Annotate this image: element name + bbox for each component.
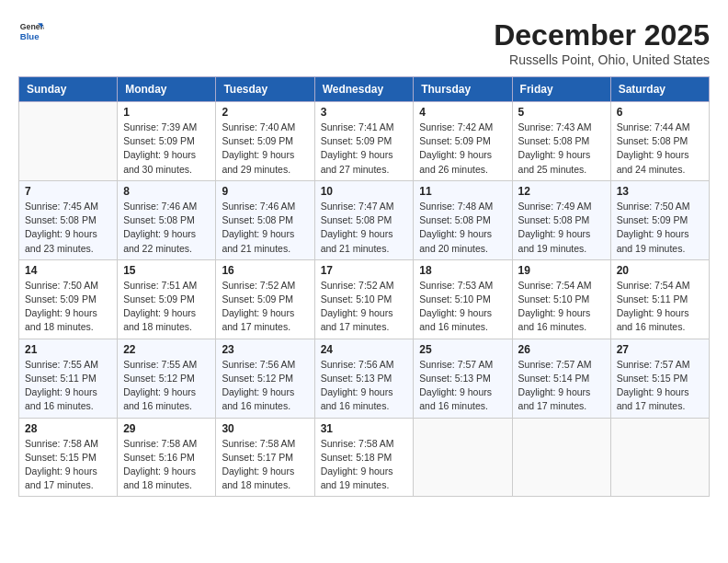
day-number: 30 [222, 422, 308, 435]
calendar-cell: 17Sunrise: 7:52 AM Sunset: 5:10 PM Dayli… [314, 259, 414, 339]
day-info: Sunrise: 7:58 AM Sunset: 5:18 PM Dayligh… [321, 437, 408, 493]
logo-icon: General Blue [18, 18, 44, 44]
calendar-week-row: 14Sunrise: 7:50 AM Sunset: 5:09 PM Dayli… [19, 259, 710, 339]
calendar-week-row: 7Sunrise: 7:45 AM Sunset: 5:08 PM Daylig… [19, 180, 710, 259]
day-info: Sunrise: 7:52 AM Sunset: 5:09 PM Dayligh… [222, 279, 308, 335]
day-info: Sunrise: 7:46 AM Sunset: 5:08 PM Dayligh… [123, 200, 210, 256]
day-info: Sunrise: 7:45 AM Sunset: 5:08 PM Dayligh… [25, 200, 111, 256]
calendar-cell: 13Sunrise: 7:50 AM Sunset: 5:09 PM Dayli… [610, 180, 709, 259]
day-info: Sunrise: 7:50 AM Sunset: 5:09 PM Dayligh… [617, 200, 703, 256]
day-info: Sunrise: 7:57 AM Sunset: 5:14 PM Dayligh… [518, 358, 605, 414]
day-number: 28 [25, 422, 111, 435]
day-info: Sunrise: 7:47 AM Sunset: 5:08 PM Dayligh… [321, 200, 408, 256]
calendar-cell: 9Sunrise: 7:46 AM Sunset: 5:08 PM Daylig… [216, 180, 314, 259]
day-number: 14 [25, 264, 111, 277]
day-info: Sunrise: 7:43 AM Sunset: 5:08 PM Dayligh… [518, 121, 605, 177]
calendar-cell: 20Sunrise: 7:54 AM Sunset: 5:11 PM Dayli… [610, 259, 709, 339]
calendar-cell [414, 418, 512, 497]
calendar-cell: 14Sunrise: 7:50 AM Sunset: 5:09 PM Dayli… [19, 259, 118, 339]
calendar-cell [19, 102, 118, 181]
day-info: Sunrise: 7:52 AM Sunset: 5:10 PM Dayligh… [321, 279, 408, 335]
day-number: 31 [321, 422, 408, 435]
day-number: 29 [123, 422, 210, 435]
location-title: Russells Point, Ohio, United States [494, 52, 710, 67]
calendar-cell: 12Sunrise: 7:49 AM Sunset: 5:08 PM Dayli… [512, 180, 610, 259]
day-info: Sunrise: 7:51 AM Sunset: 5:09 PM Dayligh… [123, 279, 210, 335]
calendar-week-row: 21Sunrise: 7:55 AM Sunset: 5:11 PM Dayli… [19, 339, 710, 418]
calendar-cell: 21Sunrise: 7:55 AM Sunset: 5:11 PM Dayli… [19, 339, 118, 418]
calendar-cell: 11Sunrise: 7:48 AM Sunset: 5:08 PM Dayli… [414, 180, 512, 259]
calendar-cell: 4Sunrise: 7:42 AM Sunset: 5:09 PM Daylig… [414, 102, 512, 181]
calendar-cell: 31Sunrise: 7:58 AM Sunset: 5:18 PM Dayli… [314, 418, 414, 497]
day-number: 9 [222, 185, 308, 198]
calendar-cell: 3Sunrise: 7:41 AM Sunset: 5:09 PM Daylig… [314, 102, 414, 181]
day-number: 7 [25, 185, 111, 198]
calendar-cell: 16Sunrise: 7:52 AM Sunset: 5:09 PM Dayli… [216, 259, 314, 339]
calendar-cell: 24Sunrise: 7:56 AM Sunset: 5:13 PM Dayli… [314, 339, 414, 418]
calendar-cell: 25Sunrise: 7:57 AM Sunset: 5:13 PM Dayli… [414, 339, 512, 418]
weekday-header: Saturday [610, 77, 709, 102]
weekday-header: Wednesday [314, 77, 414, 102]
day-number: 5 [518, 106, 605, 119]
day-number: 21 [25, 343, 111, 356]
day-info: Sunrise: 7:56 AM Sunset: 5:13 PM Dayligh… [321, 358, 408, 414]
calendar-cell [610, 418, 709, 497]
day-number: 17 [321, 264, 408, 277]
day-number: 27 [617, 343, 703, 356]
calendar-cell: 7Sunrise: 7:45 AM Sunset: 5:08 PM Daylig… [19, 180, 118, 259]
calendar-cell [512, 418, 610, 497]
weekday-header: Thursday [414, 77, 512, 102]
svg-text:Blue: Blue [20, 31, 40, 41]
day-number: 6 [617, 106, 703, 119]
day-info: Sunrise: 7:58 AM Sunset: 5:17 PM Dayligh… [222, 437, 308, 493]
day-number: 22 [123, 343, 210, 356]
calendar-cell: 1Sunrise: 7:39 AM Sunset: 5:09 PM Daylig… [118, 102, 216, 181]
day-number: 25 [419, 343, 506, 356]
day-number: 16 [222, 264, 308, 277]
calendar-cell: 27Sunrise: 7:57 AM Sunset: 5:15 PM Dayli… [610, 339, 709, 418]
day-info: Sunrise: 7:53 AM Sunset: 5:10 PM Dayligh… [419, 279, 506, 335]
weekday-header: Tuesday [216, 77, 314, 102]
title-block: December 2025 Russells Point, Ohio, Unit… [494, 18, 710, 67]
day-number: 26 [518, 343, 605, 356]
month-title: December 2025 [494, 18, 710, 52]
day-number: 8 [123, 185, 210, 198]
calendar-cell: 26Sunrise: 7:57 AM Sunset: 5:14 PM Dayli… [512, 339, 610, 418]
day-info: Sunrise: 7:49 AM Sunset: 5:08 PM Dayligh… [518, 200, 605, 256]
day-number: 24 [321, 343, 408, 356]
calendar-week-row: 1Sunrise: 7:39 AM Sunset: 5:09 PM Daylig… [19, 102, 710, 181]
calendar-cell: 15Sunrise: 7:51 AM Sunset: 5:09 PM Dayli… [118, 259, 216, 339]
calendar-cell: 22Sunrise: 7:55 AM Sunset: 5:12 PM Dayli… [118, 339, 216, 418]
weekday-header: Monday [118, 77, 216, 102]
calendar-cell: 23Sunrise: 7:56 AM Sunset: 5:12 PM Dayli… [216, 339, 314, 418]
day-number: 18 [419, 264, 506, 277]
day-number: 11 [419, 185, 506, 198]
day-info: Sunrise: 7:57 AM Sunset: 5:13 PM Dayligh… [419, 358, 506, 414]
day-info: Sunrise: 7:48 AM Sunset: 5:08 PM Dayligh… [419, 200, 506, 256]
calendar-cell: 2Sunrise: 7:40 AM Sunset: 5:09 PM Daylig… [216, 102, 314, 181]
day-number: 4 [419, 106, 506, 119]
day-info: Sunrise: 7:50 AM Sunset: 5:09 PM Dayligh… [25, 279, 111, 335]
calendar-cell: 8Sunrise: 7:46 AM Sunset: 5:08 PM Daylig… [118, 180, 216, 259]
day-info: Sunrise: 7:40 AM Sunset: 5:09 PM Dayligh… [222, 121, 308, 177]
day-info: Sunrise: 7:42 AM Sunset: 5:09 PM Dayligh… [419, 121, 506, 177]
day-number: 23 [222, 343, 308, 356]
day-number: 13 [617, 185, 703, 198]
calendar-cell: 19Sunrise: 7:54 AM Sunset: 5:10 PM Dayli… [512, 259, 610, 339]
calendar-cell: 29Sunrise: 7:58 AM Sunset: 5:16 PM Dayli… [118, 418, 216, 497]
calendar-cell: 18Sunrise: 7:53 AM Sunset: 5:10 PM Dayli… [414, 259, 512, 339]
calendar-week-row: 28Sunrise: 7:58 AM Sunset: 5:15 PM Dayli… [19, 418, 710, 497]
page-header: General Blue December 2025 Russells Poin… [18, 18, 710, 67]
calendar-cell: 10Sunrise: 7:47 AM Sunset: 5:08 PM Dayli… [314, 180, 414, 259]
day-number: 3 [321, 106, 408, 119]
calendar-table: SundayMondayTuesdayWednesdayThursdayFrid… [18, 76, 710, 497]
day-info: Sunrise: 7:57 AM Sunset: 5:15 PM Dayligh… [617, 358, 703, 414]
day-info: Sunrise: 7:54 AM Sunset: 5:11 PM Dayligh… [617, 279, 703, 335]
calendar-cell: 5Sunrise: 7:43 AM Sunset: 5:08 PM Daylig… [512, 102, 610, 181]
day-info: Sunrise: 7:39 AM Sunset: 5:09 PM Dayligh… [123, 121, 210, 177]
day-number: 2 [222, 106, 308, 119]
day-number: 10 [321, 185, 408, 198]
calendar-header-row: SundayMondayTuesdayWednesdayThursdayFrid… [19, 77, 710, 102]
day-info: Sunrise: 7:58 AM Sunset: 5:16 PM Dayligh… [123, 437, 210, 493]
day-info: Sunrise: 7:55 AM Sunset: 5:11 PM Dayligh… [25, 358, 111, 414]
